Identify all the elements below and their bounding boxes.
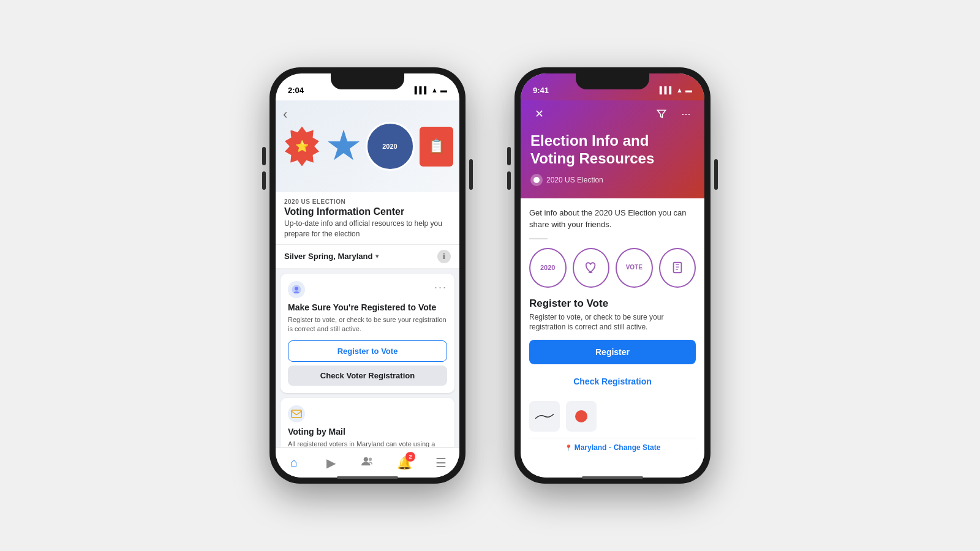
register-button[interactable]: Register <box>529 340 696 364</box>
hamburger-icon: ☰ <box>435 455 447 470</box>
badge-ballot <box>659 248 696 288</box>
card-1-header: ··· <box>288 281 447 298</box>
card-1-more-button[interactable]: ··· <box>434 281 447 294</box>
power-btn <box>469 159 473 190</box>
badge-vote: VOTE <box>616 248 653 288</box>
phone-2-content: ✕ ··· Election Info and Voting Resources <box>521 100 704 478</box>
card-1-description: Register to vote, or check to be sure yo… <box>288 315 447 334</box>
cards-list: ··· Make Sure You're Registered to Vote … <box>276 269 459 447</box>
volume-up-btn-2 <box>507 147 511 165</box>
clipboard-badge: 📋 <box>420 127 453 167</box>
badge-vote-text: VOTE <box>626 264 643 271</box>
state-bar: 📍 Maryland · Change State <box>529 438 696 452</box>
star-badge-blue <box>327 130 361 163</box>
wifi-icon-2: ▲ <box>676 86 683 94</box>
register-section-title: Register to Vote <box>529 298 696 310</box>
volume-down-btn <box>262 171 266 190</box>
partial-img-2 <box>566 401 597 432</box>
phone-2-header: ✕ ··· Election Info and Voting Resources <box>521 100 704 198</box>
badge-2020-text: 2020 <box>540 264 555 271</box>
phone-2-screen: 9:41 ▌▌▌ ▲ ▬ ✕ <box>521 73 704 478</box>
signal-icon-2: ▌▌▌ <box>660 86 674 94</box>
page-title: Voting Information Center <box>284 206 451 217</box>
location-selector[interactable]: Silver Spring, Maryland ▾ <box>284 252 379 261</box>
svg-rect-1 <box>292 410 302 418</box>
location-text: Silver Spring, Maryland <box>284 252 373 261</box>
section-divider <box>529 238 548 239</box>
info-icon-button[interactable]: i <box>437 250 451 263</box>
tab-watch[interactable]: ▶ <box>318 451 343 475</box>
filter-button[interactable] <box>653 105 670 122</box>
phone-2-scroll-content: Get info about the 2020 US Election you … <box>521 198 704 478</box>
tab-notifications[interactable]: 🔔 2 <box>392 451 417 475</box>
gear-badge-red: ⭐ <box>282 127 322 167</box>
register-to-vote-button[interactable]: Register to Vote <box>288 340 447 362</box>
friends-icon <box>361 455 374 470</box>
state-pin-icon: 📍 <box>565 444 572 451</box>
location-bar: Silver Spring, Maryland ▾ i <box>276 245 459 269</box>
watch-icon: ▶ <box>326 455 336 470</box>
home-icon: ⌂ <box>290 455 298 470</box>
wifi-icon: ▲ <box>431 86 438 94</box>
volume-down-btn-2 <box>507 171 511 190</box>
close-button[interactable]: ✕ <box>530 105 548 122</box>
election-tag-icon <box>530 174 543 186</box>
check-registration-button[interactable]: Check Registration <box>529 370 696 392</box>
svg-point-2 <box>364 457 368 462</box>
section-label: 2020 US ELECTION <box>284 198 451 205</box>
status-icons-2: ▌▌▌ ▲ ▬ <box>660 86 692 94</box>
change-state-link[interactable]: Change State <box>614 443 661 452</box>
status-time: 2:04 <box>288 86 304 95</box>
hero-badges: ⭐ 2020 📋 <box>282 122 453 171</box>
battery-icon: ▬ <box>440 86 447 94</box>
svg-point-4 <box>533 177 540 183</box>
dropdown-arrow-icon: ▾ <box>375 253 379 260</box>
volume-up-btn <box>262 147 266 165</box>
election-tag: 2020 US Election <box>530 174 695 186</box>
notch <box>331 73 404 89</box>
page-info-block: 2020 US ELECTION Voting Information Cent… <box>276 192 459 245</box>
card-1-icon <box>288 281 305 298</box>
round-badge-blue: 2020 <box>366 122 415 171</box>
tab-menu[interactable]: ☰ <box>429 451 453 475</box>
battery-icon-2: ▬ <box>685 86 692 94</box>
badge-year: 2020 <box>382 143 397 150</box>
badge-heart <box>573 248 610 288</box>
election-tag-label: 2020 US Election <box>546 176 603 184</box>
svg-rect-5 <box>673 263 681 273</box>
notification-count: 2 <box>405 452 415 462</box>
partial-images-row <box>529 401 696 432</box>
state-separator: · <box>609 443 611 452</box>
phone-1: 2:04 ▌▌▌ ▲ ▬ ‹ ⭐ 2020 📋 <box>270 67 466 484</box>
back-button[interactable]: ‹ <box>283 107 287 122</box>
nav-right-buttons: ··· <box>653 105 695 122</box>
home-indicator <box>337 476 398 479</box>
card-1-title: Make Sure You're Registered to Vote <box>288 302 447 313</box>
signal-icon: ▌▌▌ <box>415 86 429 94</box>
register-card: ··· Make Sure You're Registered to Vote … <box>281 274 454 393</box>
page-description: Up-to-date info and official resources t… <box>284 219 451 239</box>
card-2-title: Voting by Mail <box>288 426 447 437</box>
check-voter-registration-button[interactable]: Check Voter Registration <box>288 365 447 386</box>
card-2-header <box>288 405 447 422</box>
tab-friends[interactable] <box>355 451 380 475</box>
tab-home[interactable]: ⌂ <box>282 451 306 475</box>
tab-bar: ⌂ ▶ 🔔 2 <box>276 447 459 478</box>
phone-2: 9:41 ▌▌▌ ▲ ▬ ✕ <box>514 67 710 484</box>
svg-point-3 <box>369 458 372 461</box>
home-indicator-2 <box>582 476 643 479</box>
status-time-2: 9:41 <box>533 86 549 95</box>
card-2-description: All registered voters in Maryland can vo… <box>288 440 447 447</box>
vote-by-mail-card: Voting by Mail All registered voters in … <box>281 398 454 447</box>
state-label: Maryland <box>575 443 607 452</box>
phone-2-title: Election Info and Voting Resources <box>530 132 695 168</box>
badge-2020: 2020 <box>529 248 567 288</box>
partial-img-1 <box>529 401 560 432</box>
power-btn-2 <box>714 159 718 190</box>
hero-image: ‹ ⭐ 2020 📋 <box>276 100 459 192</box>
share-description: Get info about the 2020 US Election you … <box>529 207 696 231</box>
phone-1-screen: 2:04 ▌▌▌ ▲ ▬ ‹ ⭐ 2020 📋 <box>276 73 459 478</box>
more-options-button[interactable]: ··· <box>677 105 695 122</box>
notch-2 <box>576 73 649 89</box>
election-badges-row: 2020 VOTE <box>529 248 696 288</box>
